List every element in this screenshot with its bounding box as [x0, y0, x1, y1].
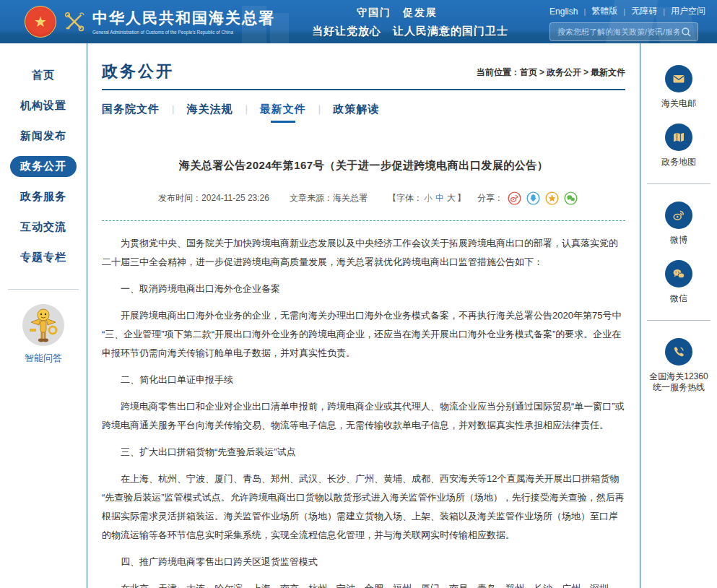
site-logo[interactable]: ★ 中华人民共和国海关总署 General Administration of …: [25, 6, 275, 38]
sidebar-item-政务服务[interactable]: 政务服务: [10, 186, 77, 207]
national-emblem-icon: ★: [25, 6, 56, 38]
article-meta: 发布时间：2024-11-25 23:26 文章来源：海关总署 【字体：小中大】…: [102, 191, 625, 205]
left-sidebar: 首页机构设置新闻发布政务公开政务服务互动交流专题专栏 智能问答: [0, 43, 87, 588]
breadcrumb-prefix: 当前位置：: [477, 67, 520, 77]
article-heading: 二、简化出口单证申报手续: [102, 371, 625, 389]
rail-label: 微信: [670, 293, 687, 304]
top-link-separator: |: [583, 7, 586, 16]
article-paragraph: 在北京、天津、大连、哈尔滨、上海、南京、杭州、宁波、合肥、福州、厦门、南昌、青岛…: [102, 579, 625, 588]
wechat-icon: [665, 260, 692, 287]
rail-item-mail[interactable]: 海关电邮: [661, 65, 696, 109]
share-label: 分享：: [477, 192, 503, 204]
top-link-2[interactable]: 繁體版: [591, 5, 617, 17]
sidebar-item-机构设置[interactable]: 机构设置: [10, 95, 77, 116]
rail-item-phone[interactable]: 全国海关12360 统一服务热线: [649, 338, 708, 393]
tab-separator: |: [172, 103, 174, 114]
tab-海关法规[interactable]: 海关法规: [186, 103, 233, 123]
rail-item-weibo[interactable]: 微博: [665, 202, 692, 246]
site-subtitle: General Administration of Customs of the…: [92, 30, 238, 35]
top-link-separator: |: [663, 7, 665, 16]
top-banner: ★ 中华人民共和国海关总署 General Administration of …: [0, 0, 717, 43]
article-paragraph: 跨境电商零售出口和企业对企业出口清单申报前，跨境电商企业或其代理人、物流企业应当…: [102, 397, 625, 435]
weibo-icon: [665, 202, 692, 229]
tab-国务院文件[interactable]: 国务院文件: [102, 103, 160, 123]
rail-divider: [647, 320, 711, 321]
publish-time: 发布时间：2024-11-25 23:26: [158, 192, 269, 204]
font-size-control: 【字体：小中大】: [388, 192, 466, 204]
share-wechat-icon[interactable]: [564, 191, 578, 205]
article-paragraph: 开展跨境电商出口海外仓业务的企业，无需向海关办理出口海外仓业务模式备案，不再执行…: [102, 306, 625, 363]
top-links: English|繁體版|无障碍|用户空间: [549, 5, 705, 17]
tab-政策解读[interactable]: 政策解读: [333, 103, 379, 123]
main-content: 政务公开 当前位置：首页>政务公开>最新文件 国务院文件|海关法规|最新文件|政…: [87, 43, 640, 588]
font-small-button[interactable]: 小: [424, 193, 433, 203]
banner-slogans: 守国门 促发展 当好让党放心 让人民满意的国门卫士: [312, 7, 508, 38]
breadcrumb-item-2[interactable]: 政务公开: [547, 67, 581, 77]
site-title: 中华人民共和国海关总署: [92, 8, 275, 28]
article-heading: 三、扩大出口拼箱货物“先查验后装运”试点: [102, 443, 625, 462]
font-large-button[interactable]: 大: [447, 193, 456, 203]
breadcrumb-item-1[interactable]: 首页: [520, 67, 537, 77]
tab-最新文件[interactable]: 最新文件: [260, 103, 306, 123]
tab-bar: 国务院文件|海关法规|最新文件|政策解读: [102, 103, 625, 123]
mascot-avatar[interactable]: [22, 304, 64, 346]
rail-item-map[interactable]: 政务地图: [661, 124, 696, 168]
page-title: 政务公开: [102, 61, 174, 82]
search-icon[interactable]: [681, 27, 692, 38]
rail-label: 海关电邮: [661, 98, 696, 109]
top-link-separator: |: [623, 7, 625, 16]
search-input[interactable]: [556, 27, 681, 37]
phone-icon: [665, 338, 692, 366]
rail-item-wechat[interactable]: 微信: [665, 260, 692, 304]
site-search[interactable]: [549, 22, 698, 41]
top-link-3[interactable]: 无障碍: [631, 5, 657, 17]
sidebar-item-政务公开[interactable]: 政务公开: [10, 156, 77, 177]
article-paragraph: 为贯彻党中央、国务院关于加快跨境电商新业态发展以及中央经济工作会议关于拓展跨境电…: [102, 234, 625, 272]
slogan-line2: 当好让党放心 让人民满意的国门卫士: [312, 25, 508, 38]
share-qq-icon[interactable]: [526, 191, 540, 205]
sidebar-item-互动交流[interactable]: 互动交流: [10, 217, 77, 238]
sidebar-divider: [8, 289, 79, 290]
map-icon: [665, 124, 692, 151]
mail-icon: [665, 65, 692, 92]
sidebar-item-首页[interactable]: 首页: [22, 65, 65, 86]
article-heading: 四、推广跨境电商零售出口跨关区退货监管模式: [102, 553, 625, 571]
meta-divider: [102, 220, 625, 221]
breadcrumb: 当前位置：首页>政务公开>最新文件: [477, 66, 625, 82]
rail-divider: [647, 183, 711, 184]
article-title: 海关总署公告2024年第167号（关于进一步促进跨境电商出口发展的公告）: [102, 159, 625, 173]
right-sidebar: 海关电邮政务地图微博微信全国海关12360 统一服务热线: [640, 43, 717, 588]
breadcrumb-separator: >: [583, 67, 588, 77]
breadcrumb-item-3[interactable]: 最新文件: [591, 67, 625, 77]
share-qzone-icon[interactable]: [545, 191, 559, 205]
font-medium-button[interactable]: 中: [435, 193, 444, 203]
article-heading: 一、取消跨境电商出口海外仓企业备案: [102, 280, 625, 298]
customs-emblem-icon: [63, 9, 86, 34]
rail-label: 全国海关12360 统一服务热线: [649, 371, 708, 393]
tab-separator: |: [245, 103, 247, 114]
rail-label: 微博: [670, 235, 687, 246]
top-link-1[interactable]: English: [549, 7, 578, 17]
title-rule: [102, 89, 625, 90]
sidebar-item-专题专栏[interactable]: 专题专栏: [10, 247, 77, 268]
top-link-4[interactable]: 用户空间: [671, 5, 705, 17]
share-weibo-icon[interactable]: [508, 191, 521, 205]
article-paragraph: 在上海、杭州、宁波、厦门、青岛、郑州、武汉、长沙、广州、黄埔、成都、西安海关等1…: [102, 470, 625, 545]
tab-separator: |: [318, 103, 321, 114]
article-source: 文章来源：海关总署: [290, 192, 368, 204]
sidebar-item-新闻发布[interactable]: 新闻发布: [10, 126, 77, 147]
article-body: 为贯彻党中央、国务院关于加快跨境电商新业态发展以及中央经济工作会议关于拓展跨境电…: [102, 234, 625, 588]
smart-qa-link[interactable]: 智能问答: [25, 352, 62, 365]
breadcrumb-separator: >: [539, 67, 544, 77]
rail-label: 政务地图: [661, 157, 696, 168]
slogan-line1: 守国门 促发展: [312, 7, 508, 20]
mascot-key-character-icon: [27, 306, 60, 344]
